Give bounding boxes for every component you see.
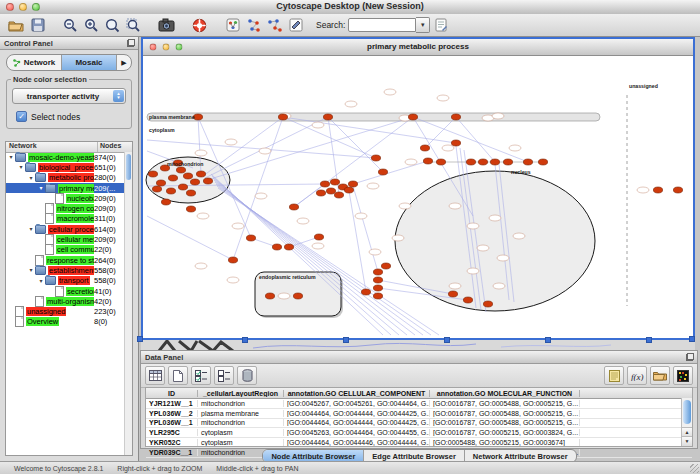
matrix-view-button[interactable] xyxy=(673,366,693,385)
float-panel-icon[interactable] xyxy=(686,353,694,361)
frame-resize-handle[interactable] xyxy=(689,336,695,342)
graph-node[interactable] xyxy=(186,206,195,212)
tree-row[interactable]: response to stimul264(0) xyxy=(6,255,125,265)
tab-mosaic[interactable]: Mosaic xyxy=(62,55,117,70)
graph-node[interactable] xyxy=(156,180,165,186)
tree-row[interactable]: secretion41(0) xyxy=(6,286,125,296)
nucleus-region[interactable] xyxy=(395,171,595,311)
graph-node[interactable] xyxy=(152,186,161,192)
graph-node[interactable] xyxy=(316,190,325,196)
tree-row[interactable]: ▾mosaic-demo-yeast874(0) xyxy=(6,152,125,162)
frame-resize-handle[interactable] xyxy=(545,337,551,343)
frame-resize-handle[interactable] xyxy=(646,337,652,343)
graph-node[interactable] xyxy=(348,181,357,187)
unselect-attributes-button[interactable] xyxy=(214,366,234,385)
graph-node[interactable] xyxy=(371,155,380,161)
tree-row[interactable]: ▾metabolic process280(0) xyxy=(6,173,125,183)
graph-node[interactable] xyxy=(653,187,662,193)
frame-resize-handle[interactable] xyxy=(444,337,450,343)
scroll-down-icon[interactable]: ▼ xyxy=(682,436,692,446)
tree-row[interactable]: ▾cellular process614(0) xyxy=(6,224,125,234)
search-options-button[interactable] xyxy=(430,15,451,35)
save-session-button[interactable] xyxy=(27,15,48,35)
edge[interactable] xyxy=(353,161,428,184)
graph-node[interactable] xyxy=(478,159,487,165)
graph-node[interactable] xyxy=(190,179,199,185)
expand-arrow-icon[interactable]: ▾ xyxy=(27,265,35,275)
graph-node[interactable] xyxy=(423,158,432,164)
node-color-combobox[interactable]: transporter activity ▲▼ xyxy=(12,88,126,104)
graph-node[interactable] xyxy=(344,187,353,193)
tree-col-nodes[interactable]: Nodes xyxy=(98,142,132,152)
graph-node[interactable] xyxy=(326,188,335,194)
graph-node[interactable] xyxy=(448,291,457,297)
tree-scrollbar[interactable] xyxy=(124,152,132,455)
plasma-membrane-region[interactable] xyxy=(147,113,600,121)
select-attributes-button[interactable] xyxy=(191,366,211,385)
expand-arrow-icon[interactable]: ▾ xyxy=(37,276,45,286)
zoom-in-button[interactable] xyxy=(81,15,102,35)
new-attribute-button[interactable] xyxy=(168,366,188,385)
graph-node[interactable] xyxy=(436,159,445,165)
graph-node[interactable] xyxy=(334,192,343,198)
graph-node[interactable] xyxy=(193,114,202,120)
tree-row[interactable]: ▾establishment of lo558(0) xyxy=(6,265,125,275)
zoom-out-button[interactable] xyxy=(60,15,81,35)
open-file-button[interactable] xyxy=(6,15,27,35)
graph-node[interactable] xyxy=(183,173,192,179)
frame-resize-handle[interactable] xyxy=(242,337,248,343)
annotation-button[interactable] xyxy=(285,15,306,35)
graphics-details-button[interactable] xyxy=(222,15,243,35)
import-attributes-button[interactable] xyxy=(650,366,670,385)
graph-node[interactable] xyxy=(463,297,472,303)
layout-attribute-button[interactable] xyxy=(264,15,285,35)
network-canvas-svg[interactable]: plasma membranecytoplasmmitochondrionnuc… xyxy=(143,56,693,336)
graph-node[interactable] xyxy=(246,235,255,241)
table-row[interactable]: YPL036W__1mitochondrion[GO:0044464, GO:0… xyxy=(146,419,692,429)
function-builder-button[interactable]: f(x) xyxy=(627,366,647,385)
network-view-titlebar[interactable]: primary metabolic process xyxy=(143,39,693,56)
graph-node[interactable] xyxy=(451,114,460,120)
graph-node[interactable] xyxy=(490,159,499,165)
graph-node[interactable] xyxy=(178,184,187,190)
graph-node[interactable] xyxy=(314,234,323,240)
frame-resize-handle[interactable] xyxy=(343,337,349,343)
graph-node[interactable] xyxy=(265,293,274,299)
tree-row[interactable]: cell communicat22(0) xyxy=(6,245,125,255)
edge[interactable] xyxy=(353,186,378,272)
graph-node[interactable] xyxy=(272,244,281,250)
tree-row[interactable]: multi-organism pro42(0) xyxy=(6,296,125,306)
graph-node[interactable] xyxy=(503,159,512,165)
graph-node[interactable] xyxy=(186,190,195,196)
expand-arrow-icon[interactable]: ▾ xyxy=(17,162,25,172)
tree-col-network[interactable]: Network xyxy=(6,142,98,152)
table-row[interactable]: YLR295Ccytoplasm[GO:0045263, GO:0044464,… xyxy=(146,428,692,438)
graph-node[interactable] xyxy=(420,145,429,151)
graph-node[interactable] xyxy=(373,269,382,275)
float-panel-icon[interactable] xyxy=(127,39,135,47)
graph-node[interactable] xyxy=(373,277,382,283)
graph-node[interactable] xyxy=(228,257,237,263)
expand-arrow-icon[interactable]: ▾ xyxy=(37,183,45,193)
expand-arrow-icon[interactable]: ▾ xyxy=(27,224,35,234)
expand-arrow-icon[interactable]: ▾ xyxy=(7,152,15,162)
network-canvas[interactable]: plasma membranecytoplasmmitochondrionnuc… xyxy=(143,56,693,338)
column-header[interactable]: annotation.GO MOLECULAR_FUNCTION xyxy=(430,390,580,397)
graph-node[interactable] xyxy=(323,114,332,120)
graph-node[interactable] xyxy=(176,167,185,173)
graph-node[interactable] xyxy=(466,159,475,165)
graph-node[interactable] xyxy=(278,114,287,120)
tree-row[interactable]: ▾transport558(0) xyxy=(6,276,125,286)
graph-node[interactable] xyxy=(373,285,382,291)
graph-node[interactable] xyxy=(166,188,175,194)
tree-row[interactable]: Overview8(0) xyxy=(6,317,125,327)
search-input[interactable] xyxy=(348,18,416,32)
column-header[interactable]: annotation.GO CELLULAR_COMPONENT xyxy=(284,390,430,397)
graph-node[interactable] xyxy=(284,244,293,250)
edge[interactable] xyxy=(233,117,283,260)
frame-resize-handle[interactable] xyxy=(137,336,143,342)
edge[interactable] xyxy=(203,117,283,176)
tree-row[interactable]: unassigned223(0) xyxy=(6,306,125,316)
graph-node[interactable] xyxy=(168,175,177,181)
snapshot-button[interactable] xyxy=(156,15,177,35)
